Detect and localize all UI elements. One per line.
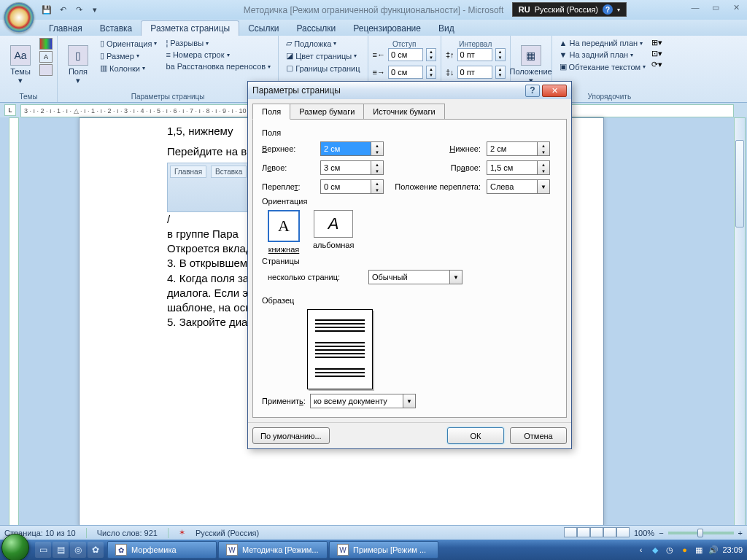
minimize-button[interactable]: — (687, 1, 703, 13)
word-icon: W (337, 544, 349, 556)
multi-pages-combo[interactable]: ▼ (368, 270, 462, 284)
close-button[interactable]: ✕ (728, 1, 744, 13)
language-status[interactable]: Русский (Россия) (196, 529, 259, 537)
language-badge[interactable]: RU Русский (Россия) ? ▾ (512, 2, 627, 17)
bottom-margin-input[interactable]: ▲▼ (487, 141, 554, 156)
dialog-body: Поля Верхнее: ▲▼ Нижнее: ▲▼ Левое: ▲▼ Пр… (252, 119, 567, 418)
left-margin-input[interactable]: ▲▼ (320, 160, 387, 175)
theme-fonts-icon[interactable]: A (39, 51, 53, 63)
clock[interactable]: 23:09 (722, 545, 743, 554)
redo-icon[interactable]: ↷ (72, 4, 85, 17)
word-count[interactable]: Число слов: 921 (97, 529, 158, 537)
start-button[interactable] (1, 534, 29, 560)
indent-left-spin[interactable]: ≡←▲▼ (373, 48, 436, 61)
tray-chevron-icon[interactable]: ‹ (635, 544, 646, 556)
tab-references[interactable]: Ссылки (239, 21, 287, 36)
apply-to-combo[interactable]: ▼ (310, 394, 416, 408)
view-buttons[interactable] (564, 527, 630, 539)
tab-page-layout[interactable]: Разметка страницы (141, 20, 239, 36)
theme-effects-icon[interactable] (39, 64, 53, 76)
indent-right-spin[interactable]: ≡→▲▼ (373, 66, 436, 79)
task-button[interactable]: ✿Морфемика (107, 541, 217, 559)
dialog-tab-fields[interactable]: Поля (252, 104, 290, 120)
dialog-tab-paper[interactable]: Размер бумаги (290, 104, 364, 120)
spacing-before-spin[interactable]: ‡↑▲▼ (446, 48, 506, 61)
cancel-button[interactable]: Отмена (510, 427, 567, 444)
margins-button[interactable]: ▯Поля▾ (62, 38, 94, 92)
office-button[interactable] (4, 2, 34, 33)
align-icon[interactable]: ⊞▾ (651, 38, 662, 47)
tab-view[interactable]: Вид (430, 21, 463, 36)
tab-mailings[interactable]: Рассылки (287, 21, 344, 36)
chevron-down-icon[interactable]: ▼ (450, 270, 462, 284)
text-wrap-button[interactable]: ▣Обтекание текстом▾ (557, 61, 649, 72)
ql-app-icon[interactable]: ✿ (88, 542, 104, 558)
hyphenation-button[interactable]: baРасстановка переносов▾ (163, 61, 274, 71)
chevron-down-icon[interactable]: ▾ (617, 7, 620, 13)
lines-icon: ≡ (166, 50, 170, 59)
zoom-knob[interactable] (697, 529, 703, 537)
themes-icon: Aa (10, 45, 31, 66)
tab-home[interactable]: Главная (40, 21, 91, 36)
tray-icon[interactable]: ◷ (664, 544, 676, 556)
tab-selector[interactable]: L (4, 104, 16, 116)
help-icon[interactable]: ? (603, 4, 613, 15)
dialog-tab-source[interactable]: Источник бумаги (363, 104, 444, 120)
breaks-button[interactable]: ¦Разрывы▾ (163, 38, 274, 48)
dialog-close-button[interactable]: ✕ (542, 85, 567, 97)
bring-front-button[interactable]: ▲На передний план▾ (557, 38, 649, 48)
page-borders-button[interactable]: ▢Границы страниц (283, 63, 363, 74)
send-back-button[interactable]: ▼На задний план▾ (557, 50, 649, 60)
watermark-button[interactable]: ▱Подложка▾ (283, 38, 363, 49)
orientation-portrait[interactable]: Aкнижная (268, 210, 300, 254)
orientation-landscape[interactable]: Aальбомная (313, 210, 354, 254)
chevron-down-icon[interactable]: ▼ (403, 394, 416, 408)
ok-button[interactable]: ОК (447, 427, 504, 444)
qat-more-icon[interactable]: ▾ (88, 4, 101, 17)
vertical-ruler[interactable] (9, 117, 19, 526)
tray-icon[interactable]: ● (678, 544, 690, 556)
dialog-footer: По умолчанию... ОК Отмена (248, 422, 571, 448)
task-button[interactable]: WМетодичка [Режим... (218, 541, 328, 559)
volume-icon[interactable]: 🔊 (708, 544, 719, 556)
vertical-scrollbar[interactable] (734, 117, 746, 526)
left-margin-label: Левое: (262, 163, 314, 172)
switch-windows-icon[interactable]: ▤ (53, 542, 69, 558)
right-margin-input[interactable]: ▲▼ (487, 160, 554, 175)
zoom-level[interactable]: 100% (634, 529, 654, 537)
tab-insert[interactable]: Вставка (91, 21, 142, 36)
chevron-down-icon[interactable]: ▼ (538, 179, 550, 194)
line-numbers-button[interactable]: ≡Номера строк▾ (163, 50, 274, 60)
default-button[interactable]: По умолчанию... (252, 427, 330, 444)
undo-icon[interactable]: ↶ (56, 4, 69, 17)
save-icon[interactable]: 💾 (40, 4, 53, 17)
tray-icon[interactable]: ▦ (693, 544, 705, 556)
rotate-icon[interactable]: ⟳▾ (651, 60, 662, 69)
task-button[interactable]: WПримеры [Режим ... (329, 541, 438, 559)
zoom-in-button[interactable]: + (738, 529, 743, 537)
tab-review[interactable]: Рецензирование (344, 21, 430, 36)
ql-app-icon[interactable]: ◎ (70, 542, 86, 558)
size-button[interactable]: ▯Размер▾ (97, 50, 160, 61)
tray-icon[interactable]: ◆ (649, 544, 661, 556)
scrollbar-thumb[interactable] (735, 140, 744, 228)
apply-to-label: Применить: (262, 397, 306, 405)
page-color-button[interactable]: ◪Цвет страницы▾ (283, 50, 363, 61)
dialog-help-button[interactable]: ? (525, 85, 540, 97)
title-bar: 💾 ↶ ↷ ▾ Методичка [Режим ограниченной фу… (0, 0, 747, 20)
orientation-button[interactable]: ▯Ориентация▾ (97, 38, 160, 49)
gutter-pos-combo[interactable]: ▼ (487, 179, 554, 194)
maximize-button[interactable]: ▭ (708, 1, 724, 13)
zoom-out-button[interactable]: − (659, 529, 663, 537)
dialog-titlebar[interactable]: Параметры страницы ? ✕ (248, 82, 571, 99)
columns-button[interactable]: ▥Колонки▾ (97, 63, 160, 74)
theme-colors-icon[interactable] (39, 38, 53, 50)
spacing-after-spin[interactable]: ‡↓▲▼ (446, 66, 506, 79)
show-desktop-icon[interactable]: ▭ (35, 542, 51, 558)
themes-button[interactable]: AaТемы▾ (4, 38, 36, 92)
zoom-slider[interactable] (668, 532, 734, 534)
proofing-icon[interactable]: ✶ (179, 528, 185, 537)
gutter-input[interactable]: ▲▼ (320, 179, 387, 194)
top-margin-input[interactable]: ▲▼ (320, 141, 387, 156)
group-icon[interactable]: ⊡▾ (651, 49, 662, 58)
